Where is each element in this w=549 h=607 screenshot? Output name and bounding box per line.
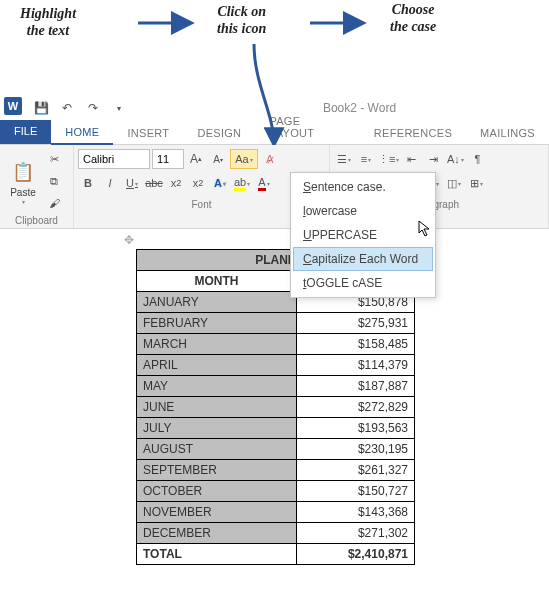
anno-choose: Choosethe case: [390, 2, 436, 36]
font-color-button[interactable]: A: [254, 173, 274, 193]
table-row-month: JUNE: [137, 397, 297, 418]
table-row-value: $187,887: [297, 376, 415, 397]
column-header-month: MONTH: [137, 271, 297, 292]
anno-highlight: Highlightthe text: [20, 6, 76, 40]
strikethrough-button[interactable]: abc: [144, 173, 164, 193]
total-value: $2,410,871: [297, 544, 415, 565]
table-row-value: $275,931: [297, 313, 415, 334]
table-row-value: $143,368: [297, 502, 415, 523]
subscript-button[interactable]: x2: [166, 173, 186, 193]
table-row-month: DECEMBER: [137, 523, 297, 544]
show-hide-button[interactable]: ¶: [467, 149, 487, 169]
table-row-value: $272,829: [297, 397, 415, 418]
menu-uppercase[interactable]: UPPERCASE: [293, 223, 433, 247]
tab-design[interactable]: DESIGN: [183, 122, 255, 144]
table-row-month: MARCH: [137, 334, 297, 355]
table-anchor-icon[interactable]: ✥: [124, 233, 134, 247]
anno-click: Click onthis icon: [217, 4, 266, 38]
table-row-month: OCTOBER: [137, 481, 297, 502]
menu-capitalize-each-word[interactable]: Capitalize Each Word: [293, 247, 433, 271]
increase-indent-button[interactable]: ⇥: [423, 149, 443, 169]
change-case-menu: Sentence case. lowercase UPPERCASE Capit…: [290, 172, 436, 298]
grow-font-button[interactable]: A▴: [186, 149, 206, 169]
document-area: ✥ PLANE MONTH JANUARY$150,878FEBRUARY$27…: [0, 229, 549, 565]
superscript-button[interactable]: x2: [188, 173, 208, 193]
table-row-month: NOVEMBER: [137, 502, 297, 523]
menu-sentence-case[interactable]: Sentence case.: [293, 175, 433, 199]
format-painter-button[interactable]: 🖌: [44, 193, 64, 213]
font-name-input[interactable]: [78, 149, 150, 169]
bold-button[interactable]: B: [78, 173, 98, 193]
table-row-value: $114,379: [297, 355, 415, 376]
multilevel-list-button[interactable]: ⋮≡: [378, 149, 399, 169]
table-row-month: JANUARY: [137, 292, 297, 313]
numbering-button[interactable]: ≡: [356, 149, 376, 169]
redo-button[interactable]: ↷: [82, 97, 104, 119]
text-effects-button[interactable]: A: [210, 173, 230, 193]
table-row-value: $271,302: [297, 523, 415, 544]
cursor-icon: [418, 220, 434, 241]
font-size-input[interactable]: [152, 149, 184, 169]
arrow-icon-1: [138, 16, 198, 33]
clear-formatting-button[interactable]: A̷: [260, 149, 280, 169]
menu-toggle-case[interactable]: tOGGLE cASE: [293, 271, 433, 295]
table-row-month: FEBRUARY: [137, 313, 297, 334]
tab-insert[interactable]: INSERT: [113, 122, 183, 144]
group-font-label: Font: [78, 197, 325, 213]
table-row-value: $230,195: [297, 439, 415, 460]
tab-references[interactable]: REFERENCES: [360, 122, 466, 144]
shrink-font-button[interactable]: A▾: [208, 149, 228, 169]
table-row-month: APRIL: [137, 355, 297, 376]
borders-button[interactable]: ⊞: [466, 173, 486, 193]
table-row-value: $193,563: [297, 418, 415, 439]
paste-icon: 📋: [9, 157, 37, 187]
total-label: TOTAL: [137, 544, 297, 565]
word-logo-icon: W: [4, 97, 26, 119]
table-row-value: $150,727: [297, 481, 415, 502]
underline-button[interactable]: U: [122, 173, 142, 193]
group-clipboard-label: Clipboard: [4, 213, 69, 229]
bullets-button[interactable]: ☰: [334, 149, 354, 169]
paste-button[interactable]: 📋 Paste ▾: [4, 149, 42, 213]
qat-customize-button[interactable]: ▾: [108, 97, 130, 119]
sort-button[interactable]: A↓: [445, 149, 465, 169]
undo-button[interactable]: ↶: [56, 97, 78, 119]
table-row-month: SEPTEMBER: [137, 460, 297, 481]
tab-mailings[interactable]: MAILINGS: [466, 122, 549, 144]
table-row-month: JULY: [137, 418, 297, 439]
tab-home[interactable]: HOME: [51, 121, 113, 145]
table-row-value: $261,327: [297, 460, 415, 481]
copy-button[interactable]: ⧉: [44, 171, 64, 191]
highlight-button[interactable]: ab: [232, 173, 252, 193]
decrease-indent-button[interactable]: ⇤: [401, 149, 421, 169]
change-case-button[interactable]: Aa: [230, 149, 258, 169]
tab-file[interactable]: FILE: [0, 120, 51, 144]
annotation-overlay: Highlightthe text Click onthis icon Choo…: [0, 0, 549, 95]
table-row-month: AUGUST: [137, 439, 297, 460]
table-row-value: $158,485: [297, 334, 415, 355]
italic-button[interactable]: I: [100, 173, 120, 193]
save-button[interactable]: 💾: [30, 97, 52, 119]
cut-button[interactable]: ✂: [44, 149, 64, 169]
arrow-icon-2: [310, 16, 370, 33]
table-row-month: MAY: [137, 376, 297, 397]
curved-arrow-icon: [246, 44, 286, 155]
ribbon: 📋 Paste ▾ ✂ ⧉ 🖌 Clipboard A▴ A▾ Aa A̷: [0, 145, 549, 229]
shading-button[interactable]: ◫: [444, 173, 464, 193]
menu-lowercase[interactable]: lowercase: [293, 199, 433, 223]
